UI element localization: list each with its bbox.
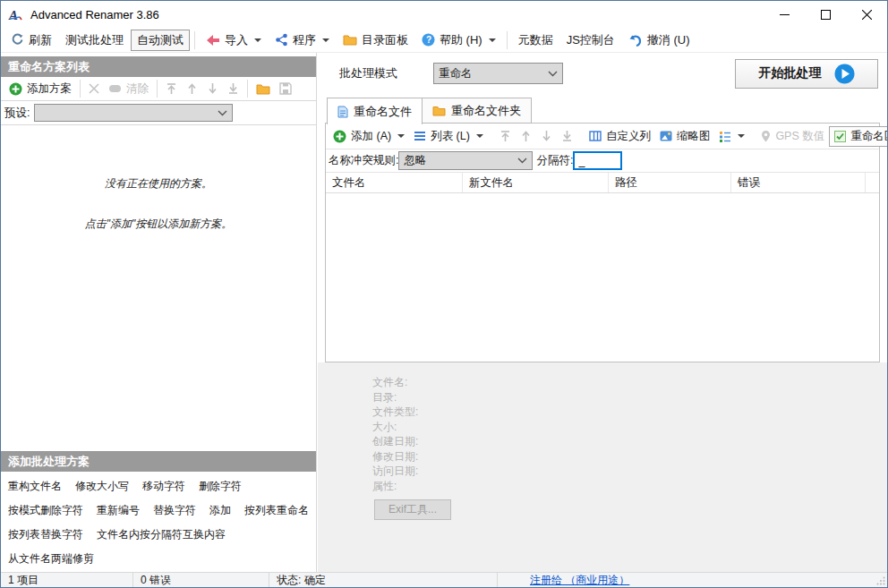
move-down-button[interactable] — [202, 80, 223, 98]
method-link[interactable]: 文件名内按分隔符互换内容 — [97, 527, 226, 542]
undo-button[interactable]: 撤消 (U) — [622, 30, 696, 51]
dir-panel-button[interactable]: 目录面板 — [337, 30, 414, 51]
info-label-filename: 文件名: — [372, 375, 887, 390]
svg-text:A: A — [8, 8, 18, 22]
preset-combobox[interactable] — [34, 104, 233, 122]
column-header-filename[interactable]: 文件名 — [326, 173, 463, 192]
undo-icon — [628, 34, 643, 47]
import-label: 导入 — [225, 32, 248, 48]
chevron-down-icon — [548, 71, 558, 77]
move-top-button[interactable] — [495, 127, 516, 145]
window-controls — [764, 1, 887, 28]
column-header-error[interactable]: 错误 — [731, 173, 866, 192]
app-window: A Advanced Renamer 3.86 刷新 — [0, 0, 888, 588]
toolbar-separator — [507, 31, 508, 49]
clear-methods-button[interactable]: 清除 — [104, 79, 153, 99]
titlebar: A Advanced Renamer 3.86 — [1, 1, 887, 28]
move-bottom-button[interactable] — [223, 80, 243, 98]
register-link[interactable]: 注册给 （商业用途） — [530, 573, 629, 588]
help-menu-button[interactable]: ? 帮助 (H) — [415, 30, 502, 51]
tab-rename-folders[interactable]: 重命名文件夹 — [422, 98, 532, 124]
move-up-button[interactable] — [182, 80, 202, 98]
method-link[interactable]: 重构文件名 — [8, 479, 62, 494]
move-bottom-button[interactable] — [557, 127, 577, 145]
toolbar-separator — [194, 31, 195, 49]
separator-label: 分隔符: — [536, 153, 573, 168]
view-options-button[interactable] — [714, 128, 749, 145]
custom-columns-button[interactable]: 自定义列 — [585, 126, 655, 147]
status-items-count: 1 项目 — [1, 573, 133, 587]
program-menu-button[interactable]: 程序 — [269, 30, 336, 51]
gps-values-button[interactable]: GPS 数值 — [756, 126, 829, 147]
methods-empty-list[interactable]: 没有正在使用的方案。 点击"添加"按钮以添加新方案。 — [1, 125, 316, 451]
start-batch-button[interactable]: 开始批处理 — [735, 59, 878, 89]
add-method-button[interactable]: 添加方案 — [4, 79, 76, 99]
file-rows-area[interactable] — [326, 193, 879, 362]
save-icon — [279, 82, 292, 95]
metadata-button[interactable]: 元数据 — [512, 30, 559, 51]
empty-hint-line1: 没有正在使用的方案。 — [1, 176, 316, 192]
js-console-label: JS控制台 — [567, 32, 615, 48]
open-preset-button[interactable] — [252, 81, 275, 98]
method-link[interactable]: 从文件名两端修剪 — [8, 551, 94, 567]
method-link[interactable]: 按列表重命名 — [244, 503, 309, 518]
window-title: Advanced Renamer 3.86 — [30, 8, 159, 21]
file-icon — [337, 106, 348, 118]
list-menu-button[interactable]: 列表 (L) — [409, 126, 488, 147]
tab-rename-files[interactable]: 重命名文件 — [327, 98, 423, 124]
info-label-accessed: 访问日期: — [372, 464, 887, 479]
conflict-rule-combobox[interactable]: 忽略 — [398, 151, 533, 170]
thumbnails-button[interactable]: 缩略图 — [655, 126, 715, 147]
delete-method-button[interactable] — [84, 81, 104, 97]
column-header-new-filename[interactable]: 新文件名 — [463, 173, 609, 192]
list-menu-label: 列表 (L) — [431, 129, 470, 144]
rename-methods-panel: 重命名方案列表 添加方案 清除 — [1, 53, 317, 572]
folder-icon — [343, 34, 357, 46]
move-up-button[interactable] — [516, 127, 536, 145]
svg-text:?: ? — [426, 35, 431, 45]
resize-grip-icon[interactable] — [876, 576, 885, 585]
chevron-down-icon — [476, 134, 483, 138]
main-toolbar: 刷新 测试批处理 自动测试 导入 程序 目录面板 — [1, 28, 887, 53]
custom-columns-label: 自定义列 — [606, 129, 651, 144]
chevron-down-icon — [517, 158, 527, 164]
save-preset-button[interactable] — [275, 80, 296, 98]
add-files-menu-button[interactable]: 添加 (A) — [329, 126, 409, 147]
method-link[interactable]: 添加 — [209, 503, 231, 518]
move-down-button[interactable] — [536, 127, 557, 145]
metadata-label: 元数据 — [518, 32, 553, 48]
method-link[interactable]: 移动字符 — [142, 479, 185, 494]
file-info-panel: 文件名: 目录: 文件类型: 大小: 创建日期: 修改日期: 访问日期: 属性:… — [318, 362, 887, 572]
maximize-button[interactable] — [805, 1, 846, 28]
program-icon — [275, 33, 288, 47]
test-batch-button[interactable]: 测试批处理 — [59, 30, 130, 51]
view-options-icon — [719, 131, 731, 142]
refresh-icon — [11, 33, 24, 47]
method-link[interactable]: 删除字符 — [199, 479, 242, 494]
list-icon — [414, 131, 426, 141]
refresh-button[interactable]: 刷新 — [4, 30, 58, 51]
app-logo-icon: A — [8, 7, 24, 22]
move-top-button[interactable] — [161, 80, 182, 98]
minimize-button[interactable] — [764, 1, 805, 28]
methods-list-header-label: 重命名方案列表 — [8, 59, 90, 75]
exif-tool-button[interactable]: Exif工具... — [374, 499, 451, 520]
auto-test-toggle[interactable]: 自动测试 — [131, 30, 190, 51]
empty-hint-line2: 点击"添加"按钮以添加新方案。 — [1, 217, 316, 232]
chevron-down-icon — [218, 110, 227, 116]
chevron-down-icon — [489, 38, 496, 42]
close-button[interactable] — [846, 1, 887, 28]
column-header-path[interactable]: 路径 — [609, 173, 731, 192]
method-link[interactable]: 按模式删除字符 — [8, 503, 83, 518]
method-link[interactable]: 替换字符 — [153, 503, 196, 518]
gps-pin-icon — [761, 130, 771, 142]
method-link[interactable]: 修改大小写 — [75, 479, 129, 494]
method-link[interactable]: 按列表替换字符 — [8, 527, 83, 542]
js-console-button[interactable]: JS控制台 — [560, 30, 621, 51]
rename-match-toggle[interactable]: 重命名匹配 — [829, 126, 888, 147]
batch-mode-combobox[interactable]: 重命名 — [433, 63, 563, 84]
rename-match-label: 重命名匹配 — [850, 129, 888, 144]
separator-input[interactable] — [573, 151, 622, 170]
method-link[interactable]: 重新编号 — [97, 503, 140, 518]
import-menu-button[interactable]: 导入 — [200, 30, 268, 51]
